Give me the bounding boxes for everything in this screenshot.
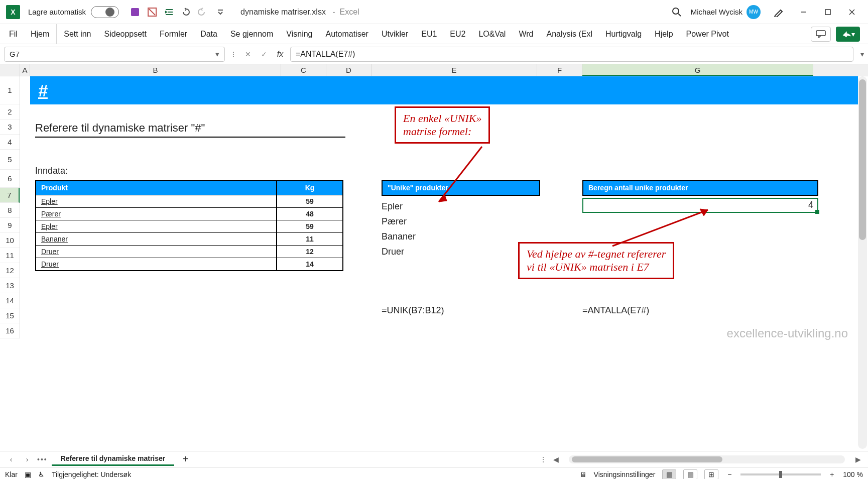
tab-hurtigvalg[interactable]: Hurtigvalg — [599, 24, 648, 44]
status-ready: Klar — [5, 470, 18, 478]
tab-segjennom[interactable]: Se gjennom — [224, 24, 279, 44]
redo-icon[interactable] — [197, 6, 209, 18]
row-1[interactable]: 1 — [0, 76, 20, 104]
cancel-formula-icon[interactable]: ✕ — [242, 48, 254, 60]
col-g[interactable]: G — [582, 64, 813, 76]
column-headers: A B C D E F G — [0, 64, 868, 76]
scrollbar-thumb[interactable] — [572, 456, 722, 462]
close-button[interactable] — [842, 4, 862, 20]
row-9[interactable]: 9 — [0, 218, 20, 233]
accessibility-icon[interactable]: ♿︎ — [38, 470, 45, 478]
tab-hjelp[interactable]: Hjelp — [649, 24, 679, 44]
zoom-slider[interactable] — [740, 473, 821, 475]
pen-icon[interactable] — [773, 6, 785, 18]
grid[interactable]: # Referere til dynamiske matriser "#" In… — [20, 76, 868, 451]
scrollbar-thumb[interactable] — [859, 79, 866, 240]
view-normal-icon[interactable]: ▦ — [662, 469, 676, 480]
hscroll-right-icon[interactable]: ▶ — [853, 455, 863, 463]
row-11[interactable]: 11 — [0, 248, 20, 263]
undo-icon[interactable] — [180, 6, 192, 18]
tab-formler[interactable]: Formler — [154, 24, 193, 44]
share-button[interactable]: ▾ — [836, 27, 860, 42]
tab-sideoppsett[interactable]: Sideoppsett — [98, 24, 153, 44]
name-box[interactable]: G7 ▾ — [4, 47, 225, 62]
list-item: Pærer — [382, 214, 416, 229]
svg-line-15 — [439, 147, 482, 202]
qat-dropdown-icon[interactable] — [214, 6, 226, 18]
macro-record-icon[interactable]: ▣ — [25, 470, 31, 478]
tab-fil[interactable]: Fil — [3, 24, 24, 44]
view-pagelayout-icon[interactable]: ▤ — [683, 469, 697, 480]
tab-overflow-icon[interactable]: ••• — [37, 455, 48, 463]
row-15[interactable]: 15 — [0, 308, 20, 323]
autosave-toggle[interactable] — [91, 6, 119, 18]
banner: # — [30, 76, 858, 104]
col-a[interactable]: A — [20, 64, 30, 76]
row-3[interactable]: 3 — [0, 119, 20, 135]
display-settings-label[interactable]: Visningsinnstillinger — [594, 470, 656, 478]
user-account[interactable]: Michael Wycisk MW — [691, 5, 761, 19]
chevron-down-icon[interactable]: ▾ — [215, 50, 219, 59]
sheet-tabs-bar: ‹ › ••• Referere til dynamiske matriser … — [0, 451, 868, 467]
select-all-corner[interactable] — [0, 64, 20, 76]
tab-utvikler[interactable]: Utvikler — [376, 24, 414, 44]
save-icon[interactable] — [129, 6, 141, 18]
formula-input[interactable]: =ANTALLA(E7#) — [290, 47, 853, 62]
vertical-scrollbar[interactable] — [858, 76, 867, 449]
view-pagebreak-icon[interactable]: ⊞ — [704, 469, 718, 480]
zoom-level[interactable]: 100 % — [843, 470, 863, 478]
table-row: Bananer11 — [36, 232, 342, 245]
formula-bar: G7 ▾ ⋮ ✕ ✓ fx =ANTALLA(E7#) ▾ — [0, 44, 868, 64]
row-12[interactable]: 12 — [0, 263, 20, 278]
row-13[interactable]: 13 — [0, 278, 20, 293]
tab-eu1[interactable]: EU1 — [415, 24, 443, 44]
svg-line-3 — [149, 9, 155, 15]
col-c[interactable]: C — [281, 64, 326, 76]
input-table: Produkt Kg Epler59 Pærer48 Epler59 Banan… — [35, 180, 343, 271]
table-row: Druer14 — [36, 258, 342, 270]
add-sheet-button[interactable]: + — [178, 452, 192, 466]
tab-eu2[interactable]: EU2 — [444, 24, 471, 44]
hscroll-left-icon[interactable]: ◀ — [551, 455, 561, 463]
tab-settinn[interactable]: Sett inn — [58, 24, 97, 44]
comments-button[interactable] — [811, 27, 831, 42]
tab-automatiser[interactable]: Automatiser — [320, 24, 375, 44]
row-7[interactable]: 7 — [0, 188, 20, 203]
row-10[interactable]: 10 — [0, 233, 20, 248]
tab-visning[interactable]: Visning — [280, 24, 318, 44]
fx-icon[interactable]: fx — [274, 48, 286, 60]
row-2[interactable]: 2 — [0, 104, 20, 119]
row-14[interactable]: 14 — [0, 293, 20, 308]
zoom-out-button[interactable]: − — [725, 470, 733, 478]
tab-wrd[interactable]: Wrd — [513, 24, 539, 44]
tab-powerpivot[interactable]: Power Pivot — [680, 24, 735, 44]
col-b[interactable]: B — [30, 64, 281, 76]
tab-data[interactable]: Data — [194, 24, 223, 44]
col-f[interactable]: F — [537, 64, 582, 76]
tab-next-icon[interactable]: › — [21, 453, 33, 465]
row-16[interactable]: 16 — [0, 323, 20, 338]
macro-icon[interactable] — [146, 6, 158, 18]
indent-icon[interactable] — [163, 6, 175, 18]
tab-prev-icon[interactable]: ‹ — [5, 453, 17, 465]
tab-hjem[interactable]: Hjem — [25, 24, 57, 44]
formula-expand-icon[interactable]: ▾ — [860, 50, 864, 58]
tab-analysis[interactable]: Analysis (Exl — [540, 24, 598, 44]
accept-formula-icon[interactable]: ✓ — [258, 48, 270, 60]
row-6[interactable]: 6 — [0, 170, 20, 188]
sheet-options-icon[interactable]: ⋮ — [540, 455, 547, 463]
row-4[interactable]: 4 — [0, 135, 20, 150]
row-5[interactable]: 5 — [0, 150, 20, 170]
col-d[interactable]: D — [326, 64, 371, 76]
svg-rect-14 — [816, 31, 825, 36]
sheet-tab-active[interactable]: Referere til dynamiske matriser — [52, 452, 175, 466]
search-icon[interactable] — [671, 6, 683, 18]
zoom-in-button[interactable]: + — [828, 470, 836, 478]
maximize-button[interactable] — [818, 4, 838, 20]
minimize-button[interactable] — [794, 4, 814, 20]
col-e[interactable]: E — [371, 64, 537, 76]
display-settings-icon[interactable]: 🖥 — [580, 470, 587, 478]
horizontal-scrollbar[interactable] — [569, 455, 845, 463]
row-8[interactable]: 8 — [0, 203, 20, 218]
tab-loval[interactable]: LO&Val — [472, 24, 512, 44]
